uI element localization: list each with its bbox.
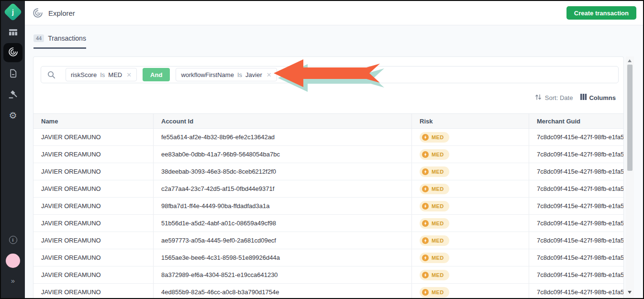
- columns-label: Columns: [589, 94, 616, 101]
- table-row[interactable]: JAVIER OREAMUNO 38deebab-3093-46e3-85dc-…: [33, 163, 623, 180]
- sidebar-item-settings[interactable]: ⚙: [1, 107, 25, 123]
- risk-badge-label: MED: [432, 203, 444, 209]
- cell-name: JAVIER OREAMUNO: [33, 129, 154, 145]
- columns-icon: [9, 28, 18, 38]
- risk-badge-label: MED: [432, 255, 444, 261]
- page-title: Explorer: [48, 9, 75, 17]
- table-row[interactable]: JAVIER OREAMUNO 1565ae3e-bee6-4c31-8598-…: [33, 249, 623, 266]
- cell-merchant-guid: 7c8dc09f-415e-427f-98fb-e1fa5: [529, 215, 623, 232]
- tab-transactions[interactable]: 44 Transactions: [33, 34, 86, 49]
- table-row[interactable]: JAVIER OREAMUNO fe55a614-af2e-4b32-8b96-…: [33, 129, 623, 146]
- risk-badge-label: MED: [432, 169, 444, 175]
- risk-badge-label: MED: [432, 134, 444, 140]
- sort-label: Sort: Date: [545, 94, 573, 101]
- risk-badge: MED: [420, 166, 449, 177]
- search-icon: [47, 71, 56, 79]
- cell-account-id: 51b56d1e-a5d2-4abf-a01c-08659a49cf98: [154, 215, 412, 232]
- table-row[interactable]: JAVIER OREAMUNO 51b56d1e-a5d2-4abf-a01c-…: [33, 215, 623, 232]
- app-logo[interactable]: j: [3, 2, 22, 22]
- table-row[interactable]: JAVIER OREAMUNO c2a77aa4-23c7-42d5-af15-…: [33, 180, 623, 198]
- cell-account-id: c2a77aa4-23c7-42d5-af15-0fbd44e9371f: [154, 180, 412, 197]
- sort-control[interactable]: Sort: Date: [535, 94, 573, 102]
- sidebar: j: [1, 1, 25, 298]
- bolt-icon: [422, 186, 429, 192]
- tab-count-badge: 44: [33, 34, 44, 42]
- bolt-icon: [422, 220, 429, 227]
- cell-name: JAVIER OREAMUNO: [33, 215, 154, 232]
- risk-badge: MED: [420, 184, 449, 194]
- cell-account-id: 1565ae3e-bee6-4c31-8598-51e89926d44a: [154, 249, 412, 266]
- cell-merchant-guid: 7c8dc09f-415e-427f-98fb-e1fa5: [529, 284, 623, 298]
- table-row[interactable]: JAVIER OREAMUNO 98fba7d1-ff4e-4449-90ba-…: [33, 198, 623, 215]
- column-header-merchant-guid[interactable]: Merchant Guid: [529, 114, 623, 128]
- sidebar-item-dashboard[interactable]: [1, 25, 25, 41]
- cell-name: JAVIER OREAMUNO: [33, 249, 154, 266]
- sidebar-item-explorer[interactable]: [3, 43, 22, 62]
- risk-badge-label: MED: [432, 238, 444, 244]
- table-row[interactable]: JAVIER OREAMUNO ee83ab0e-0dbb-41a7-96b9-…: [33, 146, 623, 163]
- risk-badge: MED: [420, 218, 449, 229]
- column-header-name[interactable]: Name: [33, 114, 154, 128]
- filter-operator: Is: [237, 71, 242, 78]
- risk-badge: MED: [420, 235, 449, 246]
- filter-conjunction-and[interactable]: And: [143, 68, 170, 81]
- columns-bars-icon: [580, 94, 587, 101]
- bolt-icon: [422, 237, 429, 244]
- sidebar-item-documents[interactable]: [1, 66, 25, 82]
- scroll-up-arrow-icon[interactable]: [628, 59, 632, 62]
- info-icon: i: [9, 236, 17, 244]
- cell-merchant-guid: 7c8dc09f-415e-427f-98fb-e1fa5: [529, 266, 623, 283]
- cell-merchant-guid: 7c8dc09f-415e-427f-98fb-e1fa5: [529, 198, 623, 214]
- filter-field: riskScore: [71, 71, 97, 78]
- column-header-risk[interactable]: Risk: [412, 114, 529, 128]
- sort-arrows-icon: [535, 94, 542, 102]
- chevrons-right-icon: »: [11, 277, 15, 285]
- table-row[interactable]: JAVIER OREAMUNO ae597773-a05a-4445-9ef0-…: [33, 232, 623, 249]
- filter-chip-riskscore[interactable]: riskScore Is MED ✕: [66, 68, 137, 81]
- create-transaction-button[interactable]: Create transaction: [566, 6, 636, 20]
- cell-risk: MED: [412, 232, 529, 249]
- cell-merchant-guid: 7c8dc09f-415e-427f-98fb-e1fa5: [529, 146, 623, 163]
- risk-badge: MED: [420, 253, 449, 263]
- table-row[interactable]: JAVIER OREAMUNO 8a372989-ef6a-4304-8521-…: [33, 266, 623, 284]
- remove-filter-icon[interactable]: ✕: [266, 71, 272, 78]
- risk-badge: MED: [420, 201, 449, 211]
- user-avatar[interactable]: [6, 254, 20, 268]
- filter-chip-workflowfirstname[interactable]: workflowFirstName Is Javier ✕: [176, 68, 277, 81]
- bolt-icon: [422, 289, 429, 296]
- risk-badge-label: MED: [432, 152, 444, 157]
- settings-gear-icon: ⚙: [9, 111, 17, 120]
- app-logo-letter: j: [12, 8, 14, 16]
- table-toolbar: Sort: Date Columns: [535, 92, 616, 103]
- remove-filter-icon[interactable]: ✕: [126, 71, 132, 78]
- table-body: JAVIER OREAMUNO fe55a614-af2e-4b32-8b96-…: [33, 129, 623, 298]
- top-bar: Explorer Create transaction: [25, 1, 643, 25]
- bolt-icon: [422, 151, 429, 158]
- scrollbar-thumb[interactable]: [627, 65, 633, 171]
- tab-label: Transactions: [48, 34, 86, 42]
- columns-control[interactable]: Columns: [580, 94, 616, 101]
- cell-name: JAVIER OREAMUNO: [33, 284, 154, 298]
- column-header-account-id[interactable]: Account Id: [154, 114, 412, 128]
- cell-risk: MED: [412, 266, 529, 283]
- table-row[interactable]: JAVIER OREAMUNO 4ed855b9-82a5-46cc-a0c8-…: [33, 284, 623, 298]
- cell-account-id: fe55a614-af2e-4b32-8b96-efe2c13642ad: [154, 129, 412, 145]
- vertical-scrollbar[interactable]: [626, 56, 634, 298]
- filter-value: Javier: [245, 71, 262, 78]
- sidebar-item-rules[interactable]: [1, 87, 25, 103]
- cell-risk: MED: [412, 146, 529, 163]
- explorer-spiral-icon: [8, 47, 18, 59]
- risk-badge-label: MED: [432, 186, 444, 192]
- tab-bar: 44 Transactions: [33, 34, 86, 49]
- filter-operator: Is: [100, 71, 105, 78]
- bolt-icon: [422, 255, 429, 261]
- cell-name: JAVIER OREAMUNO: [33, 146, 154, 163]
- filter-bar[interactable]: riskScore Is MED ✕ And workflowFirstName…: [41, 66, 619, 83]
- scroll-down-arrow-icon[interactable]: [628, 291, 632, 294]
- main-area: Explorer Create transaction 44 Transacti…: [25, 1, 643, 298]
- cell-risk: MED: [412, 198, 529, 214]
- explorer-spiral-icon: [33, 8, 43, 18]
- sidebar-collapse-button[interactable]: »: [1, 277, 25, 285]
- sidebar-item-help[interactable]: i: [1, 232, 25, 248]
- cell-risk: MED: [412, 215, 529, 232]
